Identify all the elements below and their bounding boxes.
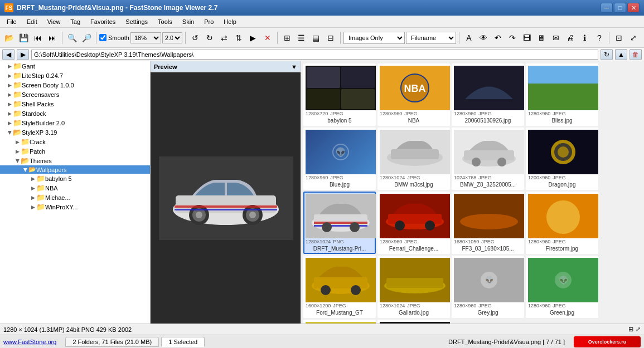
menu-view[interactable]: View (43, 17, 65, 26)
detail-button[interactable]: ▤ (309, 31, 323, 45)
menu-tools[interactable]: Tools (153, 17, 177, 26)
tree-item-stardock[interactable]: ▶ 📁 Stardock (0, 109, 150, 118)
toolbar-btn-a[interactable]: A (462, 31, 476, 45)
tree-item-shellpacks[interactable]: ▶ 📁 Shell Packs (0, 99, 150, 109)
tree-item-stylexp[interactable]: ▶ 📂 StyleXP 3.19 (0, 128, 150, 137)
address-input[interactable] (31, 50, 598, 60)
thumb-ff3[interactable]: 1680×1050 JPEG FF3_03_1680×105... (452, 192, 524, 254)
flip-v-button[interactable]: ⇅ (232, 31, 245, 45)
tree-item-litestep[interactable]: ▶ 📁 LiteStep 0.24.7 (0, 71, 150, 80)
thumb-ford[interactable]: 1600×1200 JPEG Ford_Mustang_GT (303, 256, 376, 318)
close-button[interactable]: ✕ (627, 3, 640, 13)
addr-delete-button[interactable]: 🗑 (630, 49, 642, 60)
flip-h-button[interactable]: ⇄ (217, 31, 231, 45)
thumb-info-bliss: 1280×960 JPEG (528, 111, 596, 116)
addr-refresh-button[interactable]: ↻ (601, 49, 613, 60)
fullscreen-button[interactable]: ⤢ (627, 31, 640, 45)
thumb-ferrari[interactable]: 1280×960 JPEG Ferrari_Challenge... (377, 192, 450, 254)
list-button[interactable]: ☰ (295, 31, 308, 45)
thumb-format-babylon5: JPEG (330, 111, 343, 116)
search2-button[interactable]: 🔎 (80, 31, 93, 45)
minimize-button[interactable]: ─ (601, 3, 613, 13)
print-button[interactable]: 🖨 (564, 31, 577, 45)
view-toggle-button[interactable]: ⊡ (612, 31, 626, 45)
tree-item-wallpapers[interactable]: ▶ 📂 Wallpapers (0, 165, 150, 174)
zoom-select[interactable]: 18% 25% 50% 100% (130, 32, 161, 43)
menu-settings[interactable]: Settings (121, 17, 152, 26)
info-button[interactable]: ℹ (578, 31, 592, 45)
menu-pro[interactable]: Pro (200, 17, 218, 26)
tree-item-babylon5[interactable]: ▶ 📁 babylon 5 (0, 174, 150, 183)
redo-button[interactable]: ↷ (506, 31, 519, 45)
menu-file[interactable]: File (2, 17, 21, 26)
tree-item-screenbooty[interactable]: ▶ 📁 Screen Booty 1.0.0 (0, 80, 150, 90)
tree-item-winproxy[interactable]: ▶ 📁 WinProXY... (0, 202, 150, 212)
thumb-2006[interactable]: 1280×960 JPEG 200605130926.jpg (452, 63, 524, 126)
next-button[interactable]: ⏭ (46, 31, 59, 45)
thumb-dragon[interactable]: 1200×960 JPEG Dragon.jpg (526, 128, 598, 190)
undo-button[interactable]: ↶ (491, 31, 505, 45)
step-select[interactable]: 2.0 1.5 1.0 (162, 32, 182, 43)
prev-button[interactable]: ⏮ (31, 31, 45, 45)
folder-icon-winproxy: 📁 (36, 203, 45, 211)
tree-item-screensavers[interactable]: ▶ 📁 Screensavers (0, 90, 150, 99)
thumb-bliss[interactable]: 1280×960 JPEG Bliss.jpg (526, 63, 598, 126)
expand-icon-shellpacks: ▶ (8, 101, 12, 107)
toolbar-btn-eye[interactable]: 👁 (477, 31, 490, 45)
menu-help[interactable]: Help (219, 17, 241, 26)
thumb-green[interactable]: 👽 1280×960 JPEG Green.jpg (526, 256, 598, 318)
maximize-button[interactable]: □ (614, 3, 626, 13)
thumb-bmwz8[interactable]: 1024×768 JPEG BMW_Z8_32520005... (452, 128, 524, 190)
separator-4 (277, 32, 278, 44)
email-button[interactable]: ✉ (549, 31, 563, 45)
menu-edit[interactable]: Edit (22, 17, 42, 26)
film-button[interactable]: 🎞 (520, 31, 534, 45)
menu-favorites[interactable]: Favorites (86, 17, 120, 26)
search-button[interactable]: 🔍 (65, 31, 79, 45)
help-button2[interactable]: ? (593, 31, 606, 45)
thumb-name-grey: Grey.jpg (454, 310, 522, 316)
tree-item-themes[interactable]: ▶ 📂 Themes (0, 156, 150, 165)
tree-item-crack[interactable]: ▶ 📁 Crack (0, 137, 150, 146)
thumb-babylon5[interactable]: 1280×720 JPEG babylon 5 (303, 63, 376, 126)
tree-item-stylebuilder[interactable]: ▶ 📁 StyleBuilder 2.0 (0, 118, 150, 128)
menu-skin[interactable]: Skin (178, 17, 198, 26)
tab-selected-info[interactable]: 1 Selected (161, 337, 205, 347)
smooth-checkbox[interactable] (99, 34, 106, 41)
thumb-img-ford (306, 258, 376, 302)
thumb-button[interactable]: ⊟ (324, 31, 337, 45)
thumb-gum3d[interactable]: G3D 1200×960 JPEG Gum3D.jpg (377, 320, 450, 324)
thumb-gallardo[interactable]: 1280×1024 JPEG Gallardo.jpg (377, 256, 450, 318)
tab-folder-info[interactable]: 2 Folders, 71 Files (21.0 MB) (65, 337, 159, 347)
preview-toggle[interactable]: ▼ (291, 63, 297, 70)
monitor-button[interactable]: 🖥 (535, 31, 548, 45)
addr-forward-button[interactable]: ▶ (17, 49, 29, 60)
thumb-firestorm[interactable]: 1280×960 JPEG Firestorm.jpg (526, 192, 598, 254)
sort-select[interactable]: Filename Date Size Type (406, 32, 456, 44)
open-button[interactable]: 📂 (2, 31, 16, 45)
delete-button[interactable]: ✕ (261, 31, 274, 45)
thumb-blue[interactable]: 👽 1280×960 JPEG Blue.jpg (303, 128, 376, 190)
rotate-right-button[interactable]: ↻ (203, 31, 216, 45)
addr-back-button[interactable]: ◀ (2, 49, 14, 60)
grid-button[interactable]: ⊞ (280, 31, 294, 45)
tree-label-themes: Themes (30, 158, 52, 164)
thumb-gum[interactable]: ⭐ 1600×1200 JPEG Gum.jpg (303, 320, 376, 324)
thumb-nba[interactable]: NBA 1280×960 JPEG NBA (377, 63, 450, 126)
thumb-bmw-m3[interactable]: 1280×1024 JPEG BMW m3csl.jpg (377, 128, 450, 190)
overclockers-logo: Overclockers.ru (574, 336, 641, 347)
tree-item-gant[interactable]: ▶ 📁 Gant (0, 61, 150, 71)
thumb-grey[interactable]: 👽 1280×960 JPEG Grey.jpg (452, 256, 524, 318)
tree-item-nba[interactable]: ▶ 📁 NBA (0, 183, 150, 193)
tree-item-patch[interactable]: ▶ 📁 Patch (0, 146, 150, 156)
tree-item-michae[interactable]: ▶ 📁 Michae... (0, 193, 150, 202)
rotate-left-button[interactable]: ↺ (188, 31, 202, 45)
thumb-drft[interactable]: 1280×1024 PNG DRFT_Mustang-Pri... (303, 192, 376, 254)
filter-select[interactable]: Images Only All Files Custom (343, 32, 405, 44)
addr-up-button[interactable]: ▲ (615, 49, 627, 60)
slide-button[interactable]: ▶ (246, 31, 260, 45)
save-button[interactable]: 💾 (17, 31, 30, 45)
expand-icon-patch: ▶ (16, 149, 20, 154)
menu-tag[interactable]: Tag (66, 17, 85, 26)
separator-7 (609, 32, 609, 44)
